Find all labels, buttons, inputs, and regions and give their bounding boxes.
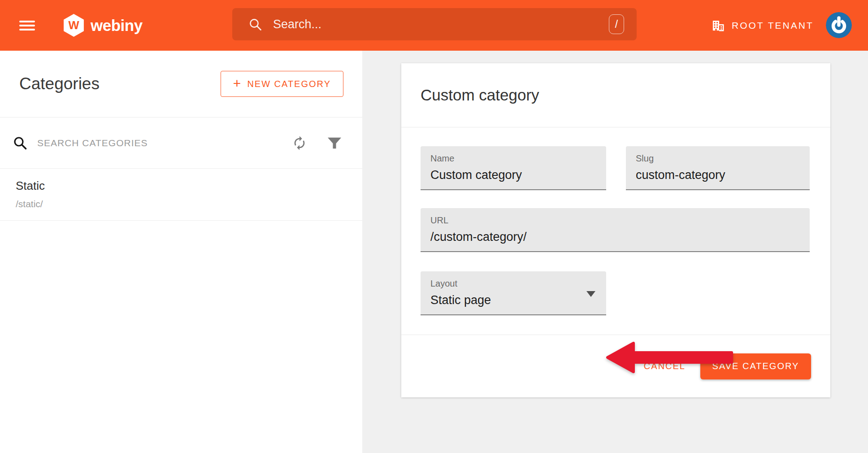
caret-down-icon [586, 291, 595, 297]
logo-wordmark: webiny [91, 17, 143, 35]
category-name: Static [16, 179, 347, 193]
layout-select[interactable]: Layout Static page [421, 271, 606, 315]
layout-value: Static page [430, 293, 597, 307]
refresh-icon [292, 135, 307, 151]
plus-icon: + [233, 77, 241, 90]
name-label: Name [430, 153, 597, 164]
category-form-card: Custom category Name Custom category Slu… [401, 63, 830, 397]
search-icon [248, 17, 262, 31]
search-categories-input[interactable] [37, 138, 290, 148]
form-title: Custom category [421, 86, 539, 104]
svg-text:W: W [68, 19, 79, 31]
building-icon [711, 18, 725, 32]
slug-value: custom-category [636, 168, 801, 182]
category-url: /static/ [16, 199, 347, 209]
filter-button[interactable] [326, 135, 343, 151]
category-list-item[interactable]: Static /static/ [0, 169, 362, 221]
form-body: Name Custom category Slug custom-categor… [401, 127, 830, 335]
name-field[interactable]: Name Custom category [421, 146, 606, 190]
url-field[interactable]: URL /custom-category/ [421, 208, 810, 252]
menu-button[interactable] [19, 16, 38, 35]
tenant-selector[interactable]: ROOT TENANT [711, 0, 814, 51]
categories-search-bar [0, 118, 362, 169]
content-area: Custom category Name Custom category Slu… [362, 51, 868, 453]
filter-icon [328, 137, 341, 149]
app-header: W webiny / ROOT TENANT [0, 0, 868, 51]
layout-label: Layout [430, 279, 597, 289]
global-search[interactable]: / [232, 8, 637, 40]
refresh-button[interactable] [290, 134, 309, 152]
categories-panel: Categories + NEW CATEGORY Static /static… [0, 51, 362, 453]
form-actions: CANCEL SAVE CATEGORY [401, 335, 830, 397]
hamburger-icon [19, 21, 38, 31]
slug-label: Slug [636, 153, 801, 164]
new-category-button[interactable]: + NEW CATEGORY [221, 71, 343, 97]
logo-hexagon-icon: W [64, 14, 84, 37]
name-value: Custom category [430, 168, 597, 182]
url-label: URL [430, 215, 801, 226]
slug-field[interactable]: Slug custom-category [626, 146, 810, 190]
form-header: Custom category [401, 63, 830, 127]
slash-shortcut-badge: / [609, 14, 624, 34]
save-category-button[interactable]: SAVE CATEGORY [700, 353, 811, 379]
url-value: /custom-category/ [430, 230, 801, 244]
user-avatar[interactable] [826, 12, 852, 38]
webiny-logo: W webiny [64, 14, 143, 37]
global-search-input[interactable] [273, 17, 609, 31]
cancel-button[interactable]: CANCEL [644, 361, 686, 371]
search-icon [13, 135, 27, 150]
page-title: Categories [19, 74, 100, 93]
categories-header: Categories + NEW CATEGORY [0, 51, 362, 118]
tenant-label: ROOT TENANT [732, 20, 814, 31]
